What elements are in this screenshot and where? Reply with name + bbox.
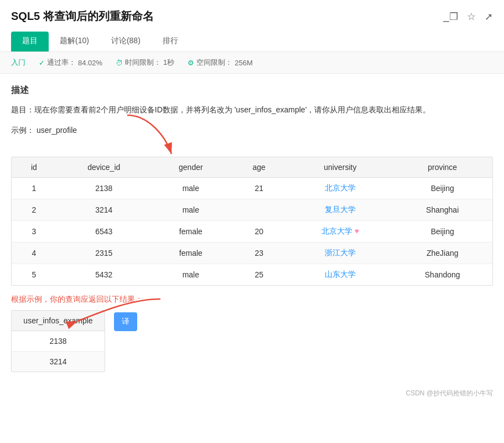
time-limit-item: ⏱ 时间限制： 1秒 [116, 58, 174, 68]
cell-province: Shandong [392, 264, 492, 286]
result-section: user_infos_example 21383214 译 [11, 310, 493, 372]
clock-icon: ⏱ [116, 59, 123, 67]
cell-province: ZheJiang [392, 243, 492, 264]
star-icon[interactable]: ☆ [467, 11, 476, 23]
col-header-age: age [230, 157, 288, 178]
cell-device-id: 2315 [56, 243, 152, 264]
external-edit-icon[interactable]: ⎯❐ [443, 11, 458, 23]
pass-rate-label: 通过率： [47, 58, 76, 68]
arrow-to-result [61, 293, 172, 332]
result-cell: 2138 [12, 331, 105, 352]
cell-gender: male [152, 178, 230, 199]
tabs-bar: 题目 题解(10) 讨论(88) 排行 [11, 32, 493, 51]
watermark: CSDN @抄代码抢错的小牛写 [0, 383, 504, 404]
memory-icon: ⚙ [188, 59, 194, 67]
result-row: 3214 [12, 352, 105, 372]
table-row: 3 6543 female 20 北京大学♥ Beijing [12, 221, 492, 243]
time-limit-label: 时间限制： [125, 58, 161, 68]
pass-rate-value: 84.02% [78, 59, 102, 67]
table-row: 1 2138 male 21 北京大学 Beijing [12, 178, 492, 199]
title-row: SQL5 将查询后的列重新命名 ⎯❐ ☆ ➚ [11, 9, 493, 24]
example-label: 示例： user_profile [11, 126, 493, 136]
table-row: 5 5432 male 25 山东大学 Shandong [12, 264, 492, 286]
cell-university: 北京大学 [288, 178, 392, 199]
cell-device-id: 2138 [56, 178, 152, 199]
example-table-name: user_profile [37, 126, 77, 135]
cell-gender: male [152, 264, 230, 286]
cell-university: 山东大学 [288, 264, 392, 286]
example-table-wrapper: id device_id gender age university provi… [11, 157, 493, 286]
cell-university: 复旦大学 [288, 199, 392, 221]
cell-device-id: 6543 [56, 221, 152, 243]
page-header: SQL5 将查询后的列重新命名 ⎯❐ ☆ ➚ 题目 题解(10) 讨论(88) … [0, 0, 504, 52]
tab-rank[interactable]: 排行 [152, 32, 189, 51]
col-header-province: province [392, 157, 492, 178]
space-limit-item: ⚙ 空间限制： 256M [188, 58, 253, 68]
cell-gender: male [152, 199, 230, 221]
cell-id: 4 [12, 243, 56, 264]
time-limit-value: 1秒 [163, 58, 174, 68]
cell-age: 21 [230, 178, 288, 199]
cell-age [230, 199, 288, 221]
result-row: 2138 [12, 331, 105, 352]
tab-discussion[interactable]: 讨论(88) [100, 32, 152, 51]
tab-solutions[interactable]: 题解(10) [49, 32, 100, 51]
table-header-row: id device_id gender age university provi… [12, 157, 492, 178]
cell-province: Shanghai [392, 199, 492, 221]
main-content: 描述 题目：现在你需要查看前2个用户明细设备ID数据，并将列名改为 'user_… [0, 74, 504, 383]
example-table: id device_id gender age university provi… [12, 157, 492, 285]
pass-rate-item: ✓ 通过率： 84.02% [39, 58, 102, 68]
cell-gender: female [152, 221, 230, 243]
cell-age: 25 [230, 264, 288, 286]
cell-id: 1 [12, 178, 56, 199]
cell-gender: female [152, 243, 230, 264]
space-limit-value: 256M [235, 59, 253, 67]
heart-icon: ♥ [355, 226, 359, 235]
checkmark-icon: ✓ [39, 59, 45, 67]
cell-device-id: 5432 [56, 264, 152, 286]
cell-university: 北京大学♥ [288, 221, 392, 243]
cell-id: 5 [12, 264, 56, 286]
cell-age: 20 [230, 221, 288, 243]
info-bar: 入门 ✓ 通过率： 84.02% ⏱ 时间限制： 1秒 ⚙ 空间限制： 256M [0, 52, 504, 74]
page-title: SQL5 将查询后的列重新命名 [11, 9, 154, 24]
cell-id: 2 [12, 199, 56, 221]
problem-description: 题目：现在你需要查看前2个用户明细设备ID数据，并将列名改为 'user_inf… [11, 103, 493, 117]
table-row: 2 3214 male 复旦大学 Shanghai [12, 199, 492, 221]
cell-province: Beijing [392, 178, 492, 199]
cell-university: 浙江大学 [288, 243, 392, 264]
arrow-spacer [11, 140, 493, 157]
tab-problem[interactable]: 题目 [11, 32, 49, 51]
arrow-to-table [94, 110, 183, 165]
share-icon[interactable]: ➚ [485, 11, 493, 23]
table-row: 4 2315 female 23 浙江大学 ZheJiang [12, 243, 492, 264]
col-header-university: university [288, 157, 392, 178]
cell-age: 23 [230, 243, 288, 264]
difficulty-level: 入门 [11, 58, 25, 68]
header-icons: ⎯❐ ☆ ➚ [443, 11, 493, 23]
section-title: 描述 [11, 85, 493, 96]
result-cell: 3214 [12, 352, 105, 372]
cell-province: Beijing [392, 221, 492, 243]
space-limit-label: 空间限制： [196, 58, 232, 68]
cell-id: 3 [12, 221, 56, 243]
col-header-id: id [12, 157, 56, 178]
cell-device-id: 3214 [56, 199, 152, 221]
